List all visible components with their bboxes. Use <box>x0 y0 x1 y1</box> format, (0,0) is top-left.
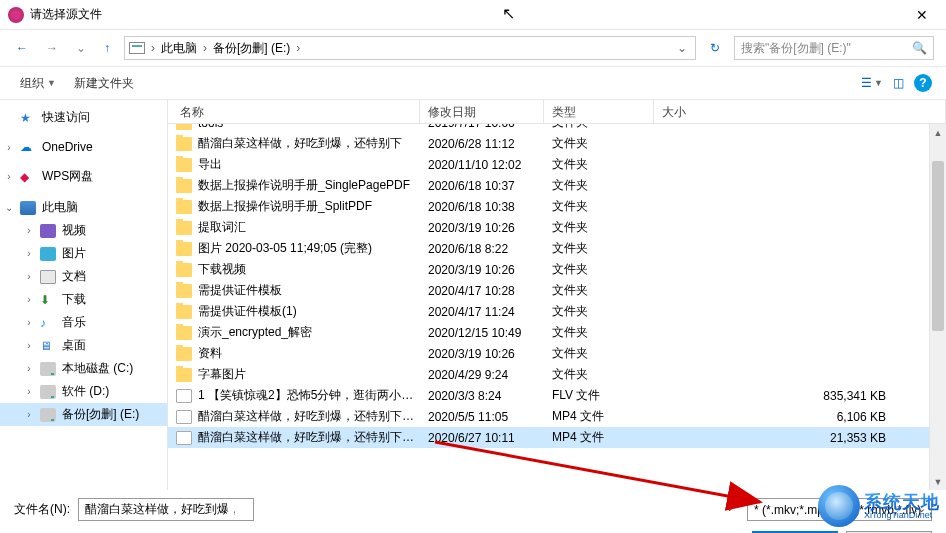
sidebar-item[interactable]: ›♪音乐 <box>0 311 167 334</box>
preview-pane-button[interactable]: ◫ <box>888 75 908 91</box>
forward-button[interactable]: → <box>42 37 62 59</box>
scrollbar[interactable]: ▲ ▼ <box>929 124 946 490</box>
sidebar-item-label: WPS网盘 <box>42 168 93 185</box>
search-icon[interactable]: 🔍 <box>912 41 927 55</box>
file-type: 文件夹 <box>552 156 662 173</box>
expand-icon[interactable]: › <box>4 171 14 182</box>
sidebar-item-label: 桌面 <box>62 337 86 354</box>
file-name: 数据上报操作说明手册_SinglePagePDF <box>198 177 410 194</box>
chevron-right-icon[interactable]: › <box>294 41 302 55</box>
scroll-down-button[interactable]: ▼ <box>930 473 946 490</box>
expand-icon[interactable]: › <box>24 225 34 236</box>
folder-icon <box>176 221 192 235</box>
toolbar: 组织▼ 新建文件夹 ☰▼ ◫ ? <box>0 66 946 100</box>
table-row[interactable]: 数据上报操作说明手册_SplitPDF2020/6/18 10:38文件夹 <box>168 196 946 217</box>
table-row[interactable]: 醋溜白菜这样做，好吃到爆，还特别下2020/6/28 11:12文件夹 <box>168 133 946 154</box>
file-date: 2020/3/19 10:26 <box>428 263 552 277</box>
table-row[interactable]: 醋溜白菜这样做，好吃到爆，还特别下饭...2020/6/27 10:11MP4 … <box>168 427 946 448</box>
breadcrumb[interactable]: › 此电脑 › 备份[勿删] (E:) › ⌄ <box>124 36 696 60</box>
expand-icon[interactable]: › <box>24 386 34 397</box>
file-type: 文件夹 <box>552 282 662 299</box>
file-date: 2020/4/17 10:28 <box>428 284 552 298</box>
refresh-button[interactable]: ↻ <box>706 37 724 59</box>
expand-icon[interactable]: › <box>24 409 34 420</box>
dl-icon: ⬇ <box>40 293 56 307</box>
table-row[interactable]: 需提供证件模板2020/4/17 10:28文件夹 <box>168 280 946 301</box>
column-name[interactable]: 名称 <box>168 100 420 123</box>
table-row[interactable]: 提取词汇2020/3/19 10:26文件夹 <box>168 217 946 238</box>
sidebar-item[interactable]: ›本地磁盘 (C:) <box>0 357 167 380</box>
chevron-right-icon[interactable]: › <box>149 41 157 55</box>
table-row[interactable]: 资料2020/3/19 10:26文件夹 <box>168 343 946 364</box>
sidebar-item-label: 下载 <box>62 291 86 308</box>
scroll-thumb[interactable] <box>932 161 944 331</box>
column-date[interactable]: 修改日期 <box>420 100 544 123</box>
up-button[interactable]: ↑ <box>100 37 114 59</box>
column-type[interactable]: 类型 <box>544 100 654 123</box>
sidebar-item[interactable]: ›🖥桌面 <box>0 334 167 357</box>
expand-icon[interactable]: › <box>4 142 14 153</box>
expand-icon[interactable]: › <box>24 317 34 328</box>
sidebar-item[interactable]: ›⬇下载 <box>0 288 167 311</box>
filename-input[interactable] <box>78 498 254 521</box>
sidebar-item[interactable]: ›☁OneDrive <box>0 137 167 157</box>
table-row[interactable]: 数据上报操作说明手册_SinglePagePDF2020/6/18 10:37文… <box>168 175 946 196</box>
recent-dropdown[interactable]: ⌄ <box>72 37 90 59</box>
table-row[interactable]: 导出2020/11/10 12:02文件夹 <box>168 154 946 175</box>
sidebar-item[interactable]: ›备份[勿删] (E:) <box>0 403 167 426</box>
table-row[interactable]: 字幕图片2020/4/29 9:24文件夹 <box>168 364 946 385</box>
table-row[interactable]: 1 【笑镇惊魂2】恐怖5分钟，逛街两小时...2020/3/3 8:24FLV … <box>168 385 946 406</box>
sidebar-item[interactable]: ⌄此电脑 <box>0 196 167 219</box>
table-row[interactable]: 醋溜白菜这样做，好吃到爆，还特别下饭...2020/5/5 11:05MP4 文… <box>168 406 946 427</box>
sidebar-item[interactable]: ›◆WPS网盘 <box>0 165 167 188</box>
file-type: MP4 文件 <box>552 408 662 425</box>
view-options-button[interactable]: ☰▼ <box>862 75 882 91</box>
file-date: 2020/11/10 12:02 <box>428 158 552 172</box>
organize-button[interactable]: 组织▼ <box>14 71 62 96</box>
sidebar-item-label: 文档 <box>62 268 86 285</box>
sidebar-item[interactable]: ›文档 <box>0 265 167 288</box>
table-row[interactable]: 演示_encrypted_解密2020/12/15 10:49文件夹 <box>168 322 946 343</box>
search-placeholder: 搜索"备份[勿删] (E:)" <box>741 40 912 57</box>
chevron-right-icon[interactable]: › <box>201 41 209 55</box>
expand-icon[interactable]: › <box>24 271 34 282</box>
file-name: 导出 <box>198 156 222 173</box>
table-row[interactable]: 下载视频2020/3/19 10:26文件夹 <box>168 259 946 280</box>
expand-icon[interactable]: › <box>24 340 34 351</box>
file-type: MP4 文件 <box>552 429 662 446</box>
expand-icon[interactable]: › <box>24 294 34 305</box>
file-date: 2020/3/3 8:24 <box>428 389 552 403</box>
scroll-track[interactable] <box>930 141 946 473</box>
music-icon: ♪ <box>40 316 56 330</box>
table-row[interactable]: 图片 2020-03-05 11;49;05 (完整)2020/6/18 8:2… <box>168 238 946 259</box>
search-input[interactable]: 搜索"备份[勿删] (E:)" 🔍 <box>734 36 934 60</box>
expand-icon[interactable]: › <box>24 248 34 259</box>
file-name: 提取词汇 <box>198 219 246 236</box>
folder-icon <box>176 242 192 256</box>
table-row[interactable]: 需提供证件模板(1)2020/4/17 11:24文件夹 <box>168 301 946 322</box>
file-date: 2019/7/17 10:06 <box>428 124 552 130</box>
breadcrumb-seg-pc[interactable]: 此电脑 <box>157 40 201 57</box>
breadcrumb-dropdown[interactable]: ⌄ <box>673 41 691 55</box>
file-type: 文件夹 <box>552 366 662 383</box>
expand-icon[interactable]: ⌄ <box>4 202 14 213</box>
close-icon[interactable]: ✕ <box>906 3 938 27</box>
file-name: 需提供证件模板 <box>198 282 282 299</box>
sidebar-item[interactable]: ›软件 (D:) <box>0 380 167 403</box>
filetype-filter[interactable]: * (*.mkv;*.mp4;*.rm;*.rmvb;*.flv) <box>747 498 932 521</box>
expand-icon[interactable]: › <box>24 363 34 374</box>
file-date: 2020/4/17 11:24 <box>428 305 552 319</box>
file-name: 醋溜白菜这样做，好吃到爆，还特别下饭... <box>198 429 422 446</box>
column-size[interactable]: 大小 <box>654 100 946 123</box>
sidebar-item[interactable]: ›图片 <box>0 242 167 265</box>
sidebar-item[interactable]: ★快速访问 <box>0 106 167 129</box>
file-name: 下载视频 <box>198 261 246 278</box>
new-folder-button[interactable]: 新建文件夹 <box>68 71 140 96</box>
sidebar-item[interactable]: ›视频 <box>0 219 167 242</box>
back-button[interactable]: ← <box>12 37 32 59</box>
breadcrumb-seg-drive[interactable]: 备份[勿删] (E:) <box>209 40 294 57</box>
help-icon[interactable]: ? <box>914 74 932 92</box>
filename-combo[interactable] <box>78 498 739 521</box>
table-row[interactable]: tools2019/7/17 10:06文件夹 <box>168 124 946 133</box>
scroll-up-button[interactable]: ▲ <box>930 124 946 141</box>
